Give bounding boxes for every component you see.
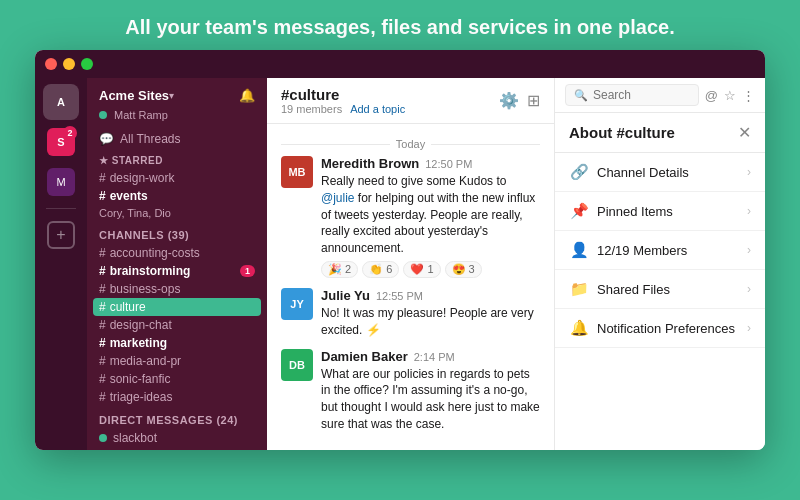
msg-text-1: Really need to give some Kudos to @julie… — [321, 173, 540, 257]
notification-bell-icon[interactable]: 🔔 — [239, 88, 255, 103]
star-icon[interactable]: ☆ — [724, 88, 736, 103]
reaction-1a[interactable]: 🎉 2 — [321, 261, 358, 278]
pin-icon: 📌 — [569, 202, 589, 220]
sidebar-main: Acme Sites ▾ 🔔 Matt Ramp 💬 All Threads ★… — [87, 78, 267, 450]
dm-slackbot[interactable]: slackbot — [87, 429, 267, 447]
all-threads-item[interactable]: 💬 All Threads — [87, 129, 267, 149]
shared-files-label: Shared Files — [597, 282, 739, 297]
more-icon[interactable]: ⋮ — [742, 88, 755, 103]
chevron-right-icon-2: › — [747, 204, 751, 218]
chat-channel-name: #culture — [281, 86, 405, 103]
channel-details-icon: 🔗 — [569, 163, 589, 181]
workspace-icon-3[interactable]: M — [43, 164, 79, 200]
hash-icon: # — [99, 171, 106, 185]
channel-business-ops[interactable]: #business-ops — [87, 280, 267, 298]
msg-text-3: What are our policies in regards to pets… — [321, 366, 540, 450]
workspace-icon-1[interactable]: A — [43, 84, 79, 120]
panel-item-channel-details[interactable]: 🔗 Channel Details › — [555, 153, 765, 192]
starred-section-header: ★ STARRED — [87, 149, 267, 169]
add-topic-link[interactable]: Add a topic — [350, 103, 405, 115]
chevron-right-icon-3: › — [747, 243, 751, 257]
msg-time-2: 12:55 PM — [376, 290, 423, 302]
channel-triage-ideas[interactable]: #triage-ideas — [87, 388, 267, 406]
close-icon[interactable]: ✕ — [738, 123, 751, 142]
dm-section-header: DIRECT MESSAGES (24) — [87, 406, 267, 429]
channel-accounting-costs[interactable]: #accounting-costs — [87, 244, 267, 262]
message-1: MB Meredith Brown 12:50 PM Really need t… — [281, 156, 540, 278]
traffic-light-red[interactable] — [45, 58, 57, 70]
panel-item-pinned[interactable]: 📌 Pinned Items › — [555, 192, 765, 231]
search-icon: 🔍 — [574, 89, 588, 102]
chat-area: #culture 19 members Add a topic ⚙️ ⊞ Tod… — [267, 78, 555, 450]
user-name: Matt Ramp — [114, 109, 168, 121]
settings-icon[interactable]: ⚙️ — [499, 91, 519, 110]
channels-section-header: CHANNELS (39) — [87, 221, 267, 244]
search-input[interactable] — [593, 88, 690, 102]
msg-time-3: 2:14 PM — [414, 351, 455, 363]
panel-item-notifications[interactable]: 🔔 Notification Preferences › — [555, 309, 765, 348]
add-workspace-button[interactable]: + — [47, 221, 75, 249]
traffic-light-yellow[interactable] — [63, 58, 75, 70]
avatar-julie: JY — [281, 288, 313, 320]
panel-item-shared-files[interactable]: 📁 Shared Files › — [555, 270, 765, 309]
sidebar-icons: A S 2 M + — [35, 78, 87, 450]
panel-item-members[interactable]: 👤 12/19 Members › — [555, 231, 765, 270]
right-panel: 🔍 @ ☆ ⋮ About #culture ✕ 🔗 Channel Detai… — [555, 78, 765, 450]
date-divider: Today — [281, 138, 540, 150]
msg-text-2: No! It was my pleasure! People are very … — [321, 305, 540, 339]
member-count: 19 members — [281, 103, 342, 115]
right-panel-title: About #culture — [569, 124, 675, 141]
hash-icon: # — [99, 189, 106, 203]
chevron-right-icon-4: › — [747, 282, 751, 296]
notification-prefs-label: Notification Preferences — [597, 321, 739, 336]
workspace-name: Acme Sites — [99, 88, 169, 103]
dm-cory-tina[interactable]: Cory, Tina, Dio — [87, 205, 267, 221]
traffic-light-green[interactable] — [81, 58, 93, 70]
members-label: 12/19 Members — [597, 243, 739, 258]
msg-time-1: 12:50 PM — [425, 158, 472, 170]
channel-events[interactable]: #events — [87, 187, 267, 205]
chevron-right-icon-5: › — [747, 321, 751, 335]
msg-author-1: Meredith Brown — [321, 156, 419, 171]
channel-media-and-pr[interactable]: #media-and-pr — [87, 352, 267, 370]
threads-icon: 💬 — [99, 132, 114, 146]
dm-brandon[interactable]: Brandon Velestuk — [87, 447, 267, 450]
channel-marketing[interactable]: #marketing — [87, 334, 267, 352]
msg-author-3: Damien Baker — [321, 349, 408, 364]
chevron-right-icon: › — [747, 165, 751, 179]
right-panel-header: About #culture ✕ — [555, 113, 765, 153]
members-icon: 👤 — [569, 241, 589, 259]
reaction-1b[interactable]: 👏 6 — [362, 261, 399, 278]
channel-sonic-fanfic[interactable]: #sonic-fanfic — [87, 370, 267, 388]
workspace-chevron-icon: ▾ — [169, 90, 174, 101]
msg-author-2: Julie Yu — [321, 288, 370, 303]
right-search-bar: 🔍 @ ☆ ⋮ — [555, 78, 765, 113]
avatar-damien: DB — [281, 349, 313, 381]
chat-header: #culture 19 members Add a topic ⚙️ ⊞ — [267, 78, 554, 124]
bell-icon: 🔔 — [569, 319, 589, 337]
channel-design-chat[interactable]: #design-chat — [87, 316, 267, 334]
at-icon[interactable]: @ — [705, 88, 718, 103]
reaction-1d[interactable]: 😍 3 — [445, 261, 482, 278]
message-2: JY Julie Yu 12:55 PM No! It was my pleas… — [281, 288, 540, 339]
app-window: A S 2 M + Acme Sites ▾ 🔔 — [35, 50, 765, 450]
reaction-1c[interactable]: ❤️ 1 — [403, 261, 440, 278]
channel-design-work[interactable]: #design-work — [87, 169, 267, 187]
files-icon: 📁 — [569, 280, 589, 298]
pinned-label: Pinned Items — [597, 204, 739, 219]
layout-icon[interactable]: ⊞ — [527, 91, 540, 110]
title-bar — [35, 50, 765, 78]
channel-details-label: Channel Details — [597, 165, 739, 180]
workspace-icon-2[interactable]: S 2 — [43, 124, 79, 160]
tagline: All your team's messages, files and serv… — [105, 0, 694, 50]
channel-culture[interactable]: #culture — [93, 298, 261, 316]
message-3: DB Damien Baker 2:14 PM What are our pol… — [281, 349, 540, 450]
chat-messages: Today MB Meredith Brown 12:50 PM Really … — [267, 124, 554, 450]
avatar-meredith: MB — [281, 156, 313, 188]
channel-brainstorming[interactable]: #brainstorming1 — [87, 262, 267, 280]
